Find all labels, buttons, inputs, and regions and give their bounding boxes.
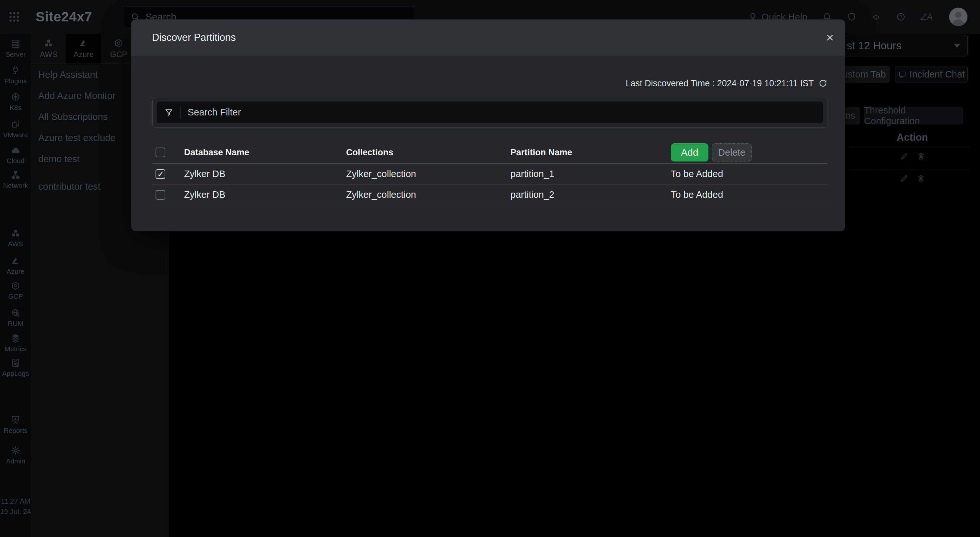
search-filter-input[interactable] <box>180 107 823 118</box>
sidebar-item-metrics[interactable]: Metrics <box>0 333 31 353</box>
app-grid-icon[interactable] <box>8 11 20 23</box>
edit-pencil-icon[interactable] <box>900 174 909 183</box>
sidebar-item-k8s[interactable]: K8s <box>0 92 31 112</box>
svg-text:?: ? <box>900 14 902 19</box>
sidebar-item-gcp[interactable]: GCP <box>0 281 31 300</box>
col-database-name: Database Name <box>184 148 346 158</box>
sidebar-item-network[interactable]: Network <box>0 170 31 190</box>
help-icon[interactable]: ? <box>896 12 906 22</box>
row-divider <box>849 148 969 148</box>
row-divider <box>849 169 969 170</box>
menu-item-help-assistant[interactable]: Help Assistant <box>38 69 98 80</box>
trash-icon[interactable] <box>916 174 926 183</box>
cell-status: To be Added <box>671 190 827 200</box>
cloud-provider-tabs: AWS Azure GCP <box>31 34 136 64</box>
time-range-value: st 12 Hours <box>847 40 954 52</box>
sidebar-item-applogs[interactable]: AppLogs <box>0 358 31 378</box>
modal-header: Discover Partitions <box>131 19 845 56</box>
sidebar-item-admin[interactable]: Admin <box>0 446 31 465</box>
search-filter-field[interactable] <box>157 102 823 123</box>
sidebar-item-plugins[interactable]: Plugins <box>0 65 31 85</box>
cell-partition: partition_2 <box>511 190 671 200</box>
cell-status: To be Added <box>671 169 827 179</box>
cell-collections: Zylker_collection <box>346 190 511 200</box>
row-checkbox[interactable] <box>156 169 165 179</box>
time-range-dropdown[interactable]: st 12 Hours <box>841 35 968 56</box>
action-column-header: Action <box>875 132 950 143</box>
table-row: Zylker DB Zylker_collection partition_2 … <box>152 185 827 205</box>
modal-title: Discover Partitions <box>152 32 235 43</box>
sidebar-item-aws[interactable]: AWS <box>0 228 31 248</box>
filter-funnel-icon <box>164 108 174 117</box>
menu-item-demo-test[interactable]: demo test <box>38 153 80 165</box>
clock-date: 19 Jul, 24 <box>0 507 31 517</box>
user-avatar[interactable] <box>948 7 968 27</box>
chevron-down-icon <box>954 44 960 48</box>
table-header-row: Database Name Collections Partition Name… <box>152 142 827 164</box>
discover-partitions-modal: Discover Partitions Last Discovered Time… <box>131 19 845 231</box>
sidebar-item-server[interactable]: Server <box>0 39 31 58</box>
tab-gcp[interactable]: GCP <box>101 34 136 64</box>
last-discovered-time: Last Discovered Time : 2024-07-19 10:21:… <box>626 78 827 89</box>
close-icon[interactable] <box>826 33 834 42</box>
sidebar-item-vmware[interactable]: VMware <box>0 120 31 139</box>
menu-item-add-azure-monitor[interactable]: Add Azure Monitor <box>38 90 116 102</box>
gcp-icon <box>114 38 124 48</box>
partitions-table: Database Name Collections Partition Name… <box>152 142 827 205</box>
cell-partition: partition_1 <box>511 169 671 179</box>
aws-icon <box>44 38 54 48</box>
edit-pencil-icon[interactable] <box>900 152 909 161</box>
search-filter-box <box>152 97 827 128</box>
delete-button[interactable]: Delete <box>712 143 752 161</box>
security-shield-icon[interactable] <box>847 12 856 22</box>
announcements-megaphone-icon[interactable] <box>872 12 881 22</box>
action-icons-row <box>900 152 926 161</box>
incident-chat-button[interactable]: Incident Chat <box>895 66 968 83</box>
cell-database: Zylker DB <box>184 190 346 200</box>
sidebar-clock: 11:27 AM 19 Jul, 24 <box>0 496 31 517</box>
add-button[interactable]: Add <box>671 143 708 161</box>
row-checkbox[interactable] <box>156 190 165 200</box>
sidebar-item-reports[interactable]: Reports <box>0 415 31 435</box>
select-all-checkbox[interactable] <box>156 148 165 157</box>
col-partition-name: Partition Name <box>511 148 671 158</box>
sidebar-item-azure[interactable]: Azure <box>0 256 31 275</box>
chat-icon <box>898 70 907 79</box>
cell-database: Zylker DB <box>184 169 346 179</box>
zia-assistant-icon[interactable]: ZA <box>921 12 933 22</box>
clock-time: 11:27 AM <box>0 496 31 507</box>
azure-icon <box>79 38 89 48</box>
col-collections: Collections <box>346 148 511 158</box>
trash-icon[interactable] <box>916 152 926 161</box>
menu-item-contributor-test[interactable]: contributor test <box>38 181 100 192</box>
tab-azure[interactable]: Azure <box>66 34 101 64</box>
cell-collections: Zylker_collection <box>346 169 511 179</box>
sidebar-item-cloud[interactable]: Cloud <box>0 145 31 165</box>
custom-tab-button[interactable]: ustom Tab <box>840 66 890 83</box>
sidebar-item-rum[interactable]: RUM <box>0 308 31 328</box>
tab-aws[interactable]: AWS <box>31 34 66 64</box>
menu-item-all-subscriptions[interactable]: All Subscriptions <box>38 111 108 123</box>
site24x7-logo: Site24x7 <box>36 10 92 23</box>
threshold-configuration-tab[interactable]: Threshold Configuration <box>864 107 963 124</box>
main-sidebar: Server Plugins K8s VMware Cloud Network <box>0 34 31 537</box>
action-icons-row <box>900 174 926 183</box>
table-row: Zylker DB Zylker_collection partition_1 … <box>152 164 827 185</box>
menu-item-azure-test-exclude[interactable]: Azure test exclude <box>38 132 116 143</box>
refresh-icon[interactable] <box>818 79 827 88</box>
